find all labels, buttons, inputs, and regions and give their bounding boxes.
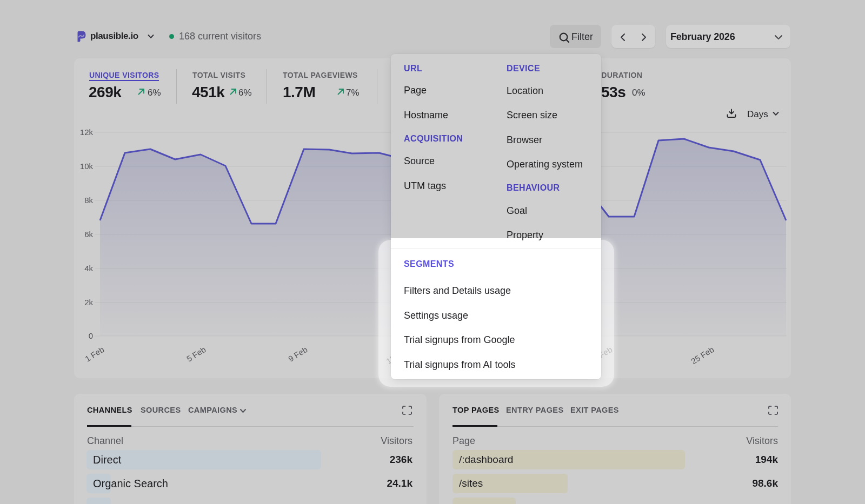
svg-text:2k: 2k	[84, 298, 93, 307]
svg-text:25 Feb: 25 Feb	[689, 345, 716, 366]
svg-text:10k: 10k	[80, 162, 94, 171]
svg-text:6k: 6k	[84, 230, 93, 239]
svg-text:8k: 8k	[84, 196, 93, 205]
svg-text:0: 0	[89, 331, 93, 340]
svg-text:1 Feb: 1 Feb	[83, 345, 106, 364]
svg-text:4k: 4k	[84, 264, 93, 273]
svg-text:12k: 12k	[80, 127, 94, 137]
svg-text:5 Feb: 5 Feb	[185, 345, 208, 364]
svg-text:9 Feb: 9 Feb	[287, 345, 309, 364]
